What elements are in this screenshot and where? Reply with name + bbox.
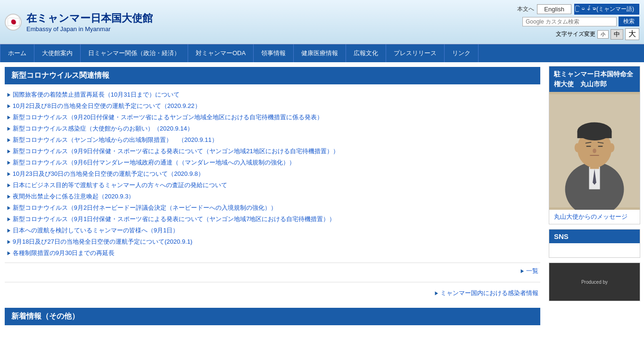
font-size-label: 文字サイズ変更 (556, 30, 595, 38)
font-small-button[interactable]: 小 (597, 30, 609, 39)
svg-point-13 (593, 148, 596, 153)
news-link[interactable]: 各種制限措置の9月30日までの再延長 (13, 249, 115, 256)
news-link[interactable]: 新型コロナウイルス（9月2日付ネービードー評議会決定（ネービードーへの入境規制の… (13, 204, 277, 211)
search-row: 検索 (522, 16, 639, 26)
list-item: 夜間外出禁止令に係る注意喚起（2020.9.3） (7, 191, 538, 202)
news-link[interactable]: 日本への渡航を検討しているミャンマーの皆様へ（9月1日） (13, 227, 179, 234)
more-row: 一覧 (5, 263, 540, 279)
font-medium-button[interactable]: 中 (611, 29, 623, 40)
produced-box: Produced by (549, 263, 640, 301)
list-item: 9月18日及び27日の当地発全日空便の運航予定について(2020.9.1) (7, 236, 538, 247)
nav-item[interactable]: 大使館案内 (34, 44, 81, 62)
myanmar-button[interactable]: မြန်မာ(ミャンマー語) (574, 4, 639, 15)
lang-row: 本文へ English မြန်မာ(ミャンマー語) (517, 4, 639, 15)
nav-item[interactable]: プレスリリース (386, 44, 445, 62)
nav-item[interactable]: 対ミャンマーODA (188, 44, 254, 62)
list-item: 新型コロナウイルス（9月1日付保健・スポーツ省による発表について（ヤンゴン地域7… (7, 214, 538, 225)
font-size-row: 文字サイズ変更 小 中 大 (556, 28, 639, 40)
ambassador-message-link[interactable]: 丸山大使からのメッセージ (549, 210, 640, 224)
list-item: 新型コロナウイルス（9月2日付ネービードー評議会決定（ネービードーへの入境規制の… (7, 202, 538, 214)
divider (5, 282, 540, 282)
header-right: 本文へ English မြန်မာ(ミャンマー語) 検索 文字サイズ変更 小 … (517, 4, 639, 40)
list-item: 10月23日及び30日の当地発全日空便の運航予定について（2020.9.8） (7, 168, 538, 180)
nav-item[interactable]: 健康医療情報 (294, 44, 346, 62)
myanmar-info-link[interactable]: ミャンマー国内における感染者情報 (434, 289, 538, 296)
nav-item[interactable]: ホーム (0, 44, 34, 62)
nav-item[interactable]: 広報文化 (346, 44, 386, 62)
sns-content (549, 243, 640, 257)
site-header: 🇯🇵 在ミャンマー日本国大使館 Embassy of Japan in Myan… (0, 0, 644, 44)
honbun-link[interactable]: 本文へ (517, 5, 534, 13)
english-button[interactable]: English (537, 4, 571, 14)
more-link[interactable]: 一覧 (520, 267, 538, 274)
ambassador-title: 駐ミャンマー日本国特命全権大使 丸山市郎 (549, 66, 640, 92)
header-left: 🇯🇵 在ミャンマー日本国大使館 Embassy of Japan in Myan… (5, 11, 153, 33)
news-link[interactable]: 日本にビジネス目的等で渡航するミャンマー人の方々への査証の発給について (13, 181, 227, 189)
font-large-button[interactable]: 大 (625, 28, 639, 40)
news-link[interactable]: 新型コロナウイルス（9月1日付保健・スポーツ省による発表について（ヤンゴン地域7… (13, 215, 336, 222)
nav-item[interactable]: 日ミャンマー関係（政治・経済） (81, 44, 188, 62)
news-link[interactable]: 新型コロナウイルス（9月9日付保健・スポーツ省による発表について（ヤンゴン地域2… (13, 148, 339, 155)
main-nav: ホーム大使館案内日ミャンマー関係（政治・経済）対ミャンマーODA領事情報健康医療… (0, 44, 644, 62)
content-area: 新型コロナウイルス関連情報 国際旅客便の着陸禁止措置再延長（10月31日まで）に… (0, 62, 545, 330)
news-link[interactable]: 新型コロナウイルス感染症（大使館からのお願い）（2020.9.14） (13, 125, 193, 132)
list-item: 新型コロナウイルス（ヤンゴン地域からの出域制限措置） （2020.9.11） (7, 134, 538, 146)
ambassador-photo (549, 92, 640, 210)
news-link[interactable]: 新型コロナウイルス（ヤンゴン地域からの出域制限措置） （2020.9.11） (13, 136, 218, 143)
site-title: 在ミャンマー日本国大使館 Embassy of Japan in Myanmar (26, 11, 153, 33)
sns-title: SNS (549, 230, 640, 243)
photo-placeholder (549, 92, 640, 210)
list-item: 国際旅客便の着陸禁止措置再延長（10月31日まで）について (7, 89, 538, 100)
news-link[interactable]: 9月18日及び27日の当地発全日空便の運航予定について(2020.9.1) (13, 238, 192, 245)
flag-icon: 🇯🇵 (5, 14, 22, 31)
list-item: 10月2日及び8日の当地発全日空便の運航予定について（2020.9.22） (7, 100, 538, 112)
myanmar-info-row: ミャンマー国内における感染者情報 (5, 285, 540, 301)
list-item: 日本にビジネス目的等で渡航するミャンマー人の方々への査証の発給について (7, 180, 538, 191)
news-link[interactable]: 10月23日及び30日の当地発全日空便の運航予定について（2020.9.8） (13, 170, 204, 177)
nav-item[interactable]: リンク (445, 44, 479, 62)
produced-label: Produced by (581, 280, 608, 285)
main-wrapper: 新型コロナウイルス関連情報 国際旅客便の着陸禁止措置再延長（10月31日まで）に… (0, 62, 644, 330)
list-item: 新型コロナウイルス（9月20日付保健・スポーツ省によるヤンゴン地域全地区における… (7, 112, 538, 123)
news-list: 国際旅客便の着陸禁止措置再延長（10月31日まで）について10月2日及び8日の当… (5, 89, 540, 259)
nav-item[interactable]: 領事情報 (254, 44, 294, 62)
svg-rect-8 (578, 132, 612, 138)
list-item: 日本への渡航を検討しているミャンマーの皆様へ（9月1日） (7, 225, 538, 236)
sns-box: SNS (549, 229, 640, 258)
site-title-ja: 在ミャンマー日本国大使館 (26, 11, 153, 25)
list-item: 新型コロナウイルス（9月9日付保健・スポーツ省による発表について（ヤンゴン地域2… (7, 146, 538, 157)
news-link[interactable]: 夜間外出禁止令に係る注意喚起（2020.9.3） (13, 193, 135, 200)
list-item: 新型コロナウイルス感染症（大使館からのお願い）（2020.9.14） (7, 123, 538, 134)
list-item: 新型コロナウイルス（9月6日付マンダレー地域政府の通達（（マンダレー地域への入域… (7, 157, 538, 168)
list-item: 各種制限措置の9月30日までの再延長 (7, 247, 538, 259)
svg-point-15 (575, 143, 580, 152)
news-link[interactable]: 新型コロナウイルス（9月6日付マンダレー地域政府の通達（（マンダレー地域への入域… (13, 159, 295, 166)
news-link[interactable]: 新型コロナウイルス（9月20日付保健・スポーツ省によるヤンゴン地域全地区における… (13, 114, 323, 121)
new-arrivals-header: 新着情報（その他） (5, 308, 540, 325)
news-link[interactable]: 10月2日及び8日の当地発全日空便の運航予定について（2020.9.22） (13, 102, 201, 109)
produced-content: Produced by (549, 263, 640, 301)
ambassador-box: 駐ミャンマー日本国特命全権大使 丸山市郎 (549, 66, 640, 224)
svg-point-16 (609, 143, 615, 152)
news-link[interactable]: 国際旅客便の着陸禁止措置再延長（10月31日まで）について (13, 91, 180, 98)
section-header: 新型コロナウイルス関連情報 (5, 67, 540, 84)
search-button[interactable]: 検索 (619, 16, 639, 26)
site-title-en: Embassy of Japan in Myanmar (26, 25, 153, 33)
search-input[interactable] (522, 17, 617, 26)
sidebar: 駐ミャンマー日本国特命全権大使 丸山市郎 (545, 62, 644, 330)
